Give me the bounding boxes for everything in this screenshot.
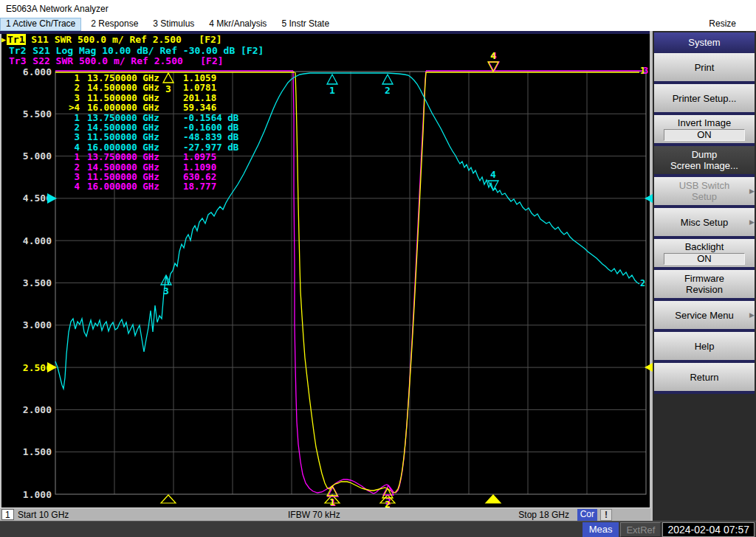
- trace-definition: S21 Log Mag 10.00 dB/ Ref -30.00 dB [F2]: [27, 45, 264, 56]
- softkey-toggle-state: ON: [664, 253, 745, 265]
- trace-name-badge: Tr2: [8, 45, 27, 56]
- softkey-label: Backlight: [685, 241, 724, 252]
- system-status-bar: Meas ExtRef 2024-02-04 07:57: [0, 521, 756, 537]
- marker-row: 311.500000 GHz-48.839 dB: [63, 132, 238, 142]
- softkey-toggle-state: ON: [664, 129, 745, 141]
- softkey-label: Invert Image: [678, 117, 731, 128]
- softkey-sidebar: System PrintPrinter Setup...Invert Image…: [653, 31, 756, 521]
- marker-row: 113.750000 GHz-0.1564 dB: [63, 113, 238, 122]
- softkey-printer-setup[interactable]: Printer Setup...: [654, 84, 755, 115]
- menu-item-2[interactable]: 2 Response: [86, 18, 143, 31]
- softkey-label: Service Menu: [675, 310, 733, 321]
- marker-row: 416.000000 GHz18.777: [63, 181, 238, 191]
- menu-bar: 1 Active Ch/Trace2 Response3 Stimulus4 M…: [0, 18, 756, 31]
- softkey-invert-image[interactable]: Invert ImageON: [654, 115, 755, 146]
- softkey-label: Screen Image...: [670, 160, 738, 171]
- marker-row: >416.000000 GHz59.346: [63, 103, 238, 112]
- softkey-label: Setup: [692, 191, 717, 202]
- menu-item-3[interactable]: 3 Stimulus: [148, 18, 199, 31]
- softkey-label: Revision: [686, 284, 723, 295]
- menu-items: 1 Active Ch/Trace2 Response3 Stimulus4 M…: [0, 18, 339, 29]
- correction-badge: Cor: [577, 509, 597, 521]
- marker-row: 113.750000 GHz1.0975: [63, 152, 238, 162]
- softkey-misc-setup[interactable]: Misc Setup▶: [654, 208, 755, 239]
- resize-button[interactable]: Resize: [704, 18, 741, 31]
- trace-definition: S11 SWR 500.0 m/ Ref 2.500 [F2]: [26, 34, 222, 45]
- menu-item-1[interactable]: 1 Active Ch/Trace: [0, 18, 81, 31]
- active-trace-arrow-icon: ▶: [1, 35, 6, 44]
- softkey-label: Return: [690, 372, 718, 383]
- marker-row: 416.000000 GHz-27.977 dB: [63, 142, 238, 152]
- marker-readout-table: 113.750000 GHz1.1059214.500000 GHz1.0781…: [63, 73, 238, 192]
- softkey-label: Misc Setup: [681, 217, 728, 228]
- marker-row: 311.500000 GHz630.62: [63, 172, 238, 181]
- trace-name-badge: Tr1: [7, 34, 25, 45]
- stop-frequency-label: Stop 18 GHz: [518, 509, 569, 521]
- legend-row-tr1[interactable]: ▶Tr1 S11 SWR 500.0 m/ Ref 2.500 [F2]: [1, 34, 222, 45]
- softkey-return[interactable]: Return: [654, 363, 755, 394]
- submenu-arrow-icon: ▶: [749, 311, 755, 319]
- softkey-label: Print: [695, 62, 715, 73]
- softkey-label: USB Switch: [679, 180, 730, 191]
- menu-item-5[interactable]: 5 Instr State: [276, 18, 334, 31]
- softkey-firmware-revision[interactable]: FirmwareRevision: [654, 270, 755, 301]
- datetime-display: 2024-02-04 07:57: [662, 522, 755, 537]
- softkey-usb-switch-setup: USB SwitchSetup▶: [654, 177, 755, 208]
- legend-row-tr3[interactable]: Tr3 S22 SWR 500.0 m/ Ref 2.500 [F2]: [1, 55, 224, 66]
- submenu-arrow-icon: ▶: [749, 187, 755, 195]
- menu-item-4[interactable]: 4 Mkr/Analysis: [204, 18, 272, 31]
- submenu-arrow-icon: ▶: [749, 218, 755, 226]
- status-cluster: Meas ExtRef 2024-02-04 07:57: [583, 522, 755, 537]
- ifbw-label: IFBW 70 kHz: [288, 509, 340, 521]
- softkey-label: Firmware: [684, 273, 724, 284]
- softkey-backlight[interactable]: BacklightON: [654, 239, 755, 270]
- marker-row: 311.500000 GHz201.18: [63, 93, 238, 103]
- softkey-dump-screen-image[interactable]: DumpScreen Image...: [654, 146, 755, 177]
- softkey-buttons: PrintPrinter Setup...Invert ImageONDumpS…: [653, 53, 756, 394]
- window-title: E5063A Network Analyzer: [0, 0, 756, 18]
- marker-row: 214.500000 GHz1.0781: [63, 83, 238, 92]
- softkey-help[interactable]: Help: [654, 332, 755, 363]
- marker-row: 113.750000 GHz1.1059: [63, 73, 238, 83]
- softkey-service-menu[interactable]: Service Menu▶: [654, 301, 755, 332]
- start-frequency-label: Start 10 GHz: [18, 509, 69, 521]
- trace-name-badge: Tr3: [8, 55, 27, 66]
- softkey-label: Dump: [692, 149, 718, 160]
- stimulus-bar: 1 Start 10 GHz IFBW 70 kHz Stop 18 GHz C…: [0, 507, 650, 521]
- channel-indicator: 1: [1, 509, 14, 520]
- meas-status-badge: Meas: [583, 522, 619, 537]
- softkey-label: Help: [695, 341, 715, 352]
- legend-row-tr2[interactable]: Tr2 S21 Log Mag 10.00 dB/ Ref -30.00 dB …: [1, 45, 264, 56]
- softkey-label: Printer Setup...: [673, 93, 737, 104]
- warning-badge: !: [600, 509, 612, 521]
- softkey-print[interactable]: Print: [654, 53, 755, 84]
- extref-status-badge: ExtRef: [620, 522, 661, 537]
- e5063a-window: E5063A Network Analyzer 1 Active Ch/Trac…: [0, 0, 756, 537]
- marker-row: 214.500000 GHz1.1090: [63, 162, 238, 172]
- marker-row: 214.500000 GHz-0.1600 dB: [63, 122, 238, 132]
- trace-definition: S22 SWR 500.0 m/ Ref 2.500 [F2]: [27, 55, 223, 66]
- softkey-menu-title: System: [654, 32, 755, 53]
